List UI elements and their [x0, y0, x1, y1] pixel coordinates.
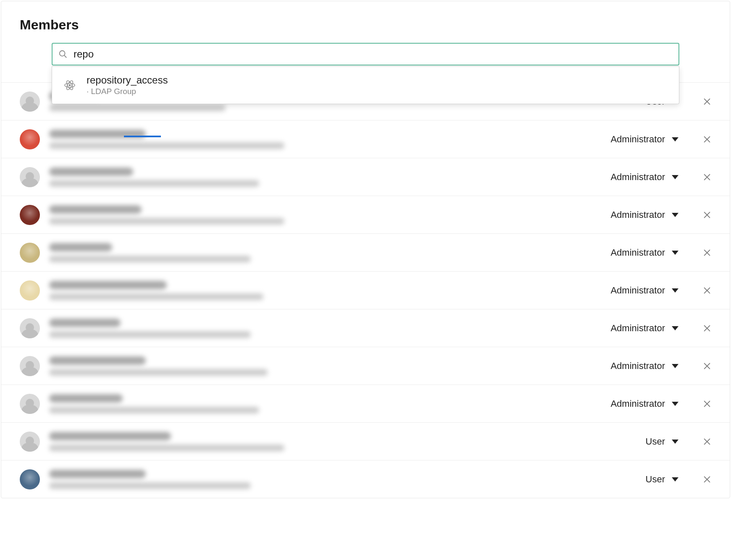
role-label: Administrator	[610, 209, 665, 220]
member-row: Administrator	[1, 158, 730, 196]
remove-member-button[interactable]	[701, 96, 713, 107]
suggestion-title: repository_access	[87, 74, 168, 86]
role-dropdown[interactable]: Administrator	[610, 209, 678, 220]
member-info-blurred	[49, 167, 600, 187]
role-dropdown[interactable]: Administrator	[610, 172, 678, 183]
close-icon	[702, 437, 712, 446]
chevron-down-icon	[672, 477, 678, 481]
role-label: Administrator	[610, 398, 665, 409]
avatar	[20, 243, 40, 263]
avatar	[20, 356, 40, 376]
member-row: Administrator	[1, 233, 730, 271]
atom-icon	[62, 78, 77, 93]
member-info-blurred	[49, 394, 600, 413]
search-input[interactable]	[74, 48, 673, 60]
suggestion-item-repository-access[interactable]: repository_access · LDAP Group	[52, 67, 679, 104]
close-icon	[702, 361, 712, 371]
member-info-blurred	[49, 319, 600, 338]
avatar	[20, 92, 40, 112]
member-info-blurred	[49, 130, 600, 149]
remove-member-button[interactable]	[701, 247, 713, 259]
chevron-down-icon	[672, 326, 678, 330]
chevron-down-icon	[672, 402, 678, 406]
chevron-down-icon	[672, 364, 678, 368]
member-row: Administrator	[1, 271, 730, 309]
search-input-wrap[interactable]	[52, 43, 679, 65]
role-label: Administrator	[610, 172, 665, 183]
suggestion-subtitle: · LDAP Group	[87, 87, 168, 96]
member-row: User	[1, 460, 730, 498]
close-icon	[702, 399, 712, 408]
close-icon	[702, 324, 712, 333]
members-panel: Members	[1, 1, 730, 498]
close-icon	[702, 286, 712, 295]
search-area: repository_access · LDAP Group	[1, 43, 730, 82]
svg-line-1	[64, 55, 66, 58]
avatar	[20, 432, 40, 452]
remove-member-button[interactable]	[701, 285, 713, 296]
role-dropdown[interactable]: Administrator	[610, 285, 678, 296]
role-label: User	[646, 474, 665, 485]
svg-point-2	[69, 84, 71, 86]
search-box	[52, 43, 679, 65]
role-label: Administrator	[610, 285, 665, 296]
member-info-blurred	[49, 281, 600, 300]
chevron-down-icon	[672, 213, 678, 217]
role-dropdown[interactable]: User	[646, 474, 678, 485]
member-info-blurred	[49, 205, 600, 225]
member-row: User	[1, 422, 730, 460]
chevron-down-icon	[672, 288, 678, 293]
svg-point-0	[60, 51, 65, 56]
remove-member-button[interactable]	[701, 474, 713, 485]
member-row: Administrator	[1, 347, 730, 385]
chevron-down-icon	[672, 137, 678, 141]
role-dropdown[interactable]: User	[646, 436, 678, 447]
role-dropdown[interactable]: Administrator	[610, 398, 678, 409]
avatar	[20, 129, 40, 149]
remove-member-button[interactable]	[701, 322, 713, 334]
member-info-blurred	[49, 470, 636, 489]
member-row: Administrator	[1, 120, 730, 158]
close-icon	[702, 173, 712, 182]
member-row: Administrator	[1, 196, 730, 233]
role-label: Administrator	[610, 361, 665, 372]
remove-member-button[interactable]	[701, 133, 713, 145]
close-icon	[702, 475, 712, 484]
member-info-blurred	[49, 243, 600, 262]
close-icon	[702, 97, 712, 106]
role-dropdown[interactable]: Administrator	[610, 361, 678, 372]
remove-member-button[interactable]	[701, 398, 713, 410]
member-info-blurred	[49, 432, 636, 451]
avatar	[20, 167, 40, 187]
close-icon	[702, 210, 712, 220]
remove-member-button[interactable]	[701, 360, 713, 372]
search-suggestions-dropdown: repository_access · LDAP Group	[52, 66, 679, 104]
page-title: Members	[1, 1, 730, 43]
member-row: Administrator	[1, 309, 730, 347]
active-tab-indicator	[124, 136, 161, 137]
avatar	[20, 469, 40, 489]
avatar	[20, 205, 40, 225]
role-dropdown[interactable]: Administrator	[610, 134, 678, 145]
member-row: Administrator	[1, 385, 730, 422]
role-label: User	[646, 436, 665, 447]
chevron-down-icon	[672, 175, 678, 179]
close-icon	[702, 135, 712, 144]
remove-member-button[interactable]	[701, 171, 713, 183]
avatar	[20, 280, 40, 301]
role-dropdown[interactable]: Administrator	[610, 323, 678, 334]
avatar	[20, 318, 40, 338]
close-icon	[702, 248, 712, 257]
suggestion-text: repository_access · LDAP Group	[87, 74, 168, 96]
avatar	[20, 394, 40, 414]
remove-member-button[interactable]	[701, 436, 713, 447]
role-label: Administrator	[610, 323, 665, 334]
chevron-down-icon	[672, 251, 678, 255]
search-icon	[58, 50, 68, 59]
role-label: Administrator	[610, 134, 665, 145]
remove-member-button[interactable]	[701, 209, 713, 221]
member-info-blurred	[49, 356, 600, 376]
members-list: UserAdministratorAdministratorAdministra…	[1, 82, 730, 498]
chevron-down-icon	[672, 440, 678, 444]
role-dropdown[interactable]: Administrator	[610, 247, 678, 258]
